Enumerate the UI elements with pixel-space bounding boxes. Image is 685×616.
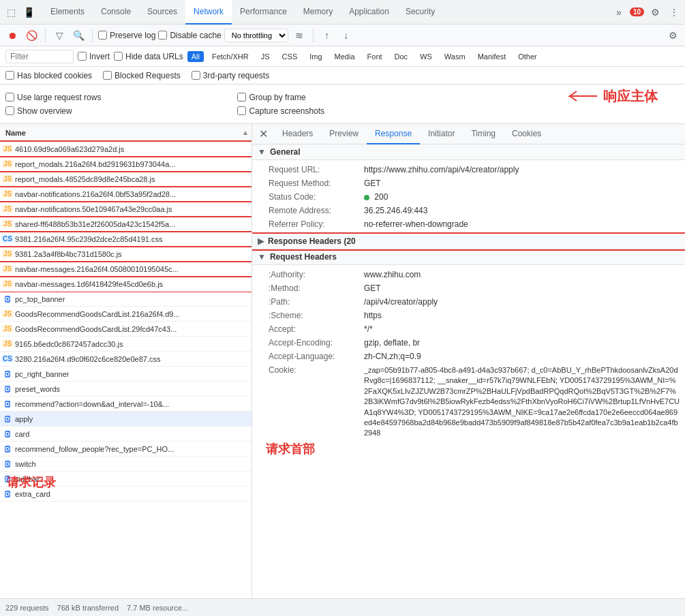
request-list[interactable]: JS 4610.69d9ca069a623d279a2d.js JS repor… xyxy=(0,142,252,616)
filter-fetch-xhr[interactable]: Fetch/XHR xyxy=(208,51,253,62)
inspect-icon[interactable]: ⬚ xyxy=(3,4,19,20)
show-overview-checkbox[interactable] xyxy=(5,106,14,115)
tab-initiator[interactable]: Initiator xyxy=(420,124,463,144)
request-headers-section-header[interactable]: ▼ Request Headers xyxy=(252,249,685,265)
blocked-cookies-option[interactable]: Has blocked cookies xyxy=(5,71,92,80)
capture-screenshots-checkbox[interactable] xyxy=(237,106,246,115)
filter-input[interactable] xyxy=(5,50,74,63)
group-by-frame-option[interactable]: Group by frame xyxy=(237,93,324,102)
table-row[interactable]: JS navbar-messages.1d6f418429fe45cd0e6b.… xyxy=(0,277,252,292)
third-party-option[interactable]: 3rd-party requests xyxy=(192,71,269,80)
table-header: Name ▲ xyxy=(0,124,252,142)
filter-other[interactable]: Other xyxy=(514,51,541,62)
preserve-log-label[interactable]: Preserve log xyxy=(98,31,155,40)
filter-manifest[interactable]: Manifest xyxy=(474,51,511,62)
table-row[interactable]: D extra_card xyxy=(0,487,252,502)
table-row[interactable]: D recommend_follow_people?rec_type=PC_HO… xyxy=(0,442,252,457)
disable-cache-label[interactable]: Disable cache xyxy=(158,31,221,40)
filter-js[interactable]: JS xyxy=(257,51,274,62)
group-by-frame-checkbox[interactable] xyxy=(237,93,246,102)
tab-cookies[interactable]: Cookies xyxy=(504,124,549,144)
table-row[interactable]: JS shared-ff6488b53b31e2f26005da423c1542… xyxy=(0,217,252,232)
table-row[interactable]: JS GoodsRecommendGoodsCardList.216a26f4.… xyxy=(0,307,252,322)
preserve-log-checkbox[interactable] xyxy=(98,31,107,40)
response-headers-section-header[interactable]: ▶ Response Headers (20 xyxy=(252,234,685,249)
filter-wasm[interactable]: Wasm xyxy=(440,51,470,62)
hide-data-urls-label[interactable]: Hide data URLs xyxy=(114,52,183,61)
download-button[interactable]: ↓ xyxy=(338,27,354,44)
blocked-requests-checkbox[interactable] xyxy=(103,71,112,80)
tab-memory[interactable]: Memory xyxy=(295,0,341,25)
throttle-select[interactable]: No throttling xyxy=(224,29,288,42)
blocked-cookies-checkbox[interactable] xyxy=(5,71,14,80)
name-column-header: Name xyxy=(3,129,242,137)
table-row[interactable]: JS 4610.69d9ca069a623d279a2d.js xyxy=(0,142,252,157)
tab-network[interactable]: Network xyxy=(185,0,232,25)
more-tabs-icon[interactable]: » xyxy=(611,4,627,20)
device-icon[interactable]: 📱 xyxy=(20,4,37,20)
table-row[interactable]: JS navbar-messages.216a26f4.050800101950… xyxy=(0,262,252,277)
table-row[interactable]: JS navbar-notifications.50e109467a43e29c… xyxy=(0,202,252,217)
tab-elements[interactable]: Elements xyxy=(42,0,93,25)
capture-screenshots-option[interactable]: Capture screenshots xyxy=(237,106,324,116)
large-rows-checkbox[interactable] xyxy=(5,93,14,102)
tab-timing[interactable]: Timing xyxy=(463,124,504,144)
table-row[interactable]: CS 9381.216a26f4.95c239d2dce2c85d4191.cs… xyxy=(0,232,252,247)
filter-all[interactable]: All xyxy=(187,51,204,62)
tab-bar-icons: ⬚ 📱 xyxy=(3,4,37,20)
search-button[interactable]: 🔍 xyxy=(70,27,87,44)
disable-cache-checkbox[interactable] xyxy=(158,31,167,40)
filter-button[interactable]: ▽ xyxy=(51,27,67,44)
stop-button[interactable]: 🚫 xyxy=(23,27,40,44)
filter-font[interactable]: Font xyxy=(363,51,386,62)
show-overview-option[interactable]: Show overview xyxy=(5,106,101,116)
table-row[interactable]: JS navbar-notifications.216a26f4.0bf53a9… xyxy=(0,187,252,202)
third-party-checkbox[interactable] xyxy=(192,71,200,80)
tab-headers[interactable]: Headers xyxy=(274,124,321,144)
settings-icon[interactable]: ⚙ xyxy=(647,4,663,20)
table-row[interactable]: CS 3280.216a26f4.d9c0f602c6ce820e0e87.cs… xyxy=(0,352,252,367)
invert-label[interactable]: Invert xyxy=(78,52,110,61)
table-row[interactable]: JS GoodsRecommendGoodsCardList.29fcd47c4… xyxy=(0,322,252,337)
doc-file-icon: D xyxy=(3,459,12,469)
detail-content: ▼ General Request URL: https://www.zhihu… xyxy=(252,144,685,616)
request-name: apply xyxy=(15,415,249,423)
tab-application[interactable]: Application xyxy=(341,0,397,25)
table-row[interactable]: D pc_right_banner xyxy=(0,367,252,382)
record-button[interactable]: ⏺ xyxy=(4,27,20,44)
blocked-requests-option[interactable]: Blocked Requests xyxy=(103,71,181,80)
filter-css[interactable]: CSS xyxy=(278,51,302,62)
table-row-active[interactable]: D apply xyxy=(0,412,252,427)
hide-data-urls-checkbox[interactable] xyxy=(114,52,123,61)
filter-ws[interactable]: WS xyxy=(416,51,436,62)
table-row[interactable]: D pc_top_banner xyxy=(0,292,252,307)
large-rows-option[interactable]: Use large request rows xyxy=(5,93,101,102)
table-row[interactable]: D sidebar xyxy=(0,472,252,487)
close-detail-button[interactable]: ✕ xyxy=(255,126,271,142)
upload-button[interactable]: ↑ xyxy=(319,27,335,44)
invert-checkbox[interactable] xyxy=(78,52,87,61)
tab-preview[interactable]: Preview xyxy=(321,124,367,144)
table-row[interactable]: JS report_modals.48525dc89d8e245bca28.js xyxy=(0,172,252,187)
wifi-icon[interactable]: ≋ xyxy=(291,27,307,44)
table-row[interactable]: D card xyxy=(0,427,252,442)
js-file-icon: JS xyxy=(3,264,12,274)
table-row[interactable]: D recommend?action=down&ad_interval=-10&… xyxy=(0,397,252,412)
tab-performance[interactable]: Performance xyxy=(232,0,295,25)
tab-response[interactable]: Response xyxy=(367,124,420,144)
filter-media[interactable]: Media xyxy=(331,51,359,62)
general-section-header[interactable]: ▼ General xyxy=(252,144,685,160)
response-headers-arrow: ▶ xyxy=(258,236,264,246)
tab-console[interactable]: Console xyxy=(93,0,139,25)
network-settings-button[interactable]: ⚙ xyxy=(665,27,681,44)
table-row[interactable]: D preset_words xyxy=(0,382,252,397)
filter-img[interactable]: Img xyxy=(305,51,326,62)
table-row[interactable]: JS 9381.2a3a4f8b4bc731d1580c.js xyxy=(0,247,252,262)
table-row[interactable]: D switch xyxy=(0,457,252,472)
filter-doc[interactable]: Doc xyxy=(391,51,412,62)
more-icon[interactable]: ⋮ xyxy=(666,4,682,20)
table-row[interactable]: JS 9165.b6edc0c8672457adcc30.js xyxy=(0,337,252,352)
tab-security[interactable]: Security xyxy=(397,0,443,25)
table-row[interactable]: JS report_modals.216a26f4.bd2919631b9730… xyxy=(0,157,252,172)
tab-sources[interactable]: Sources xyxy=(139,0,185,25)
